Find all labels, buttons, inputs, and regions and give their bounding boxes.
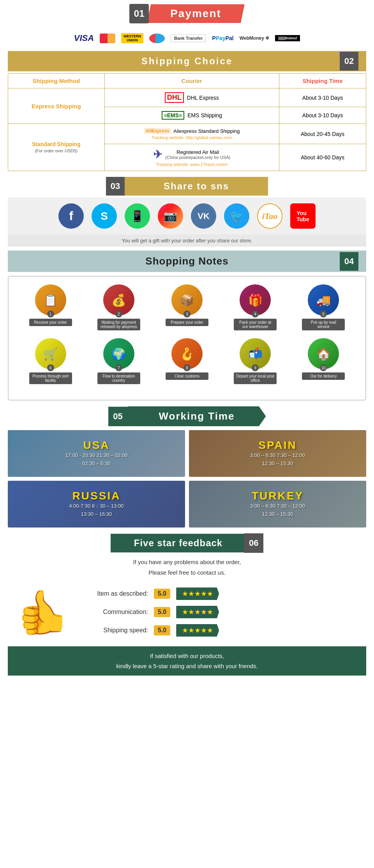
step-9-icon: 📬 9 — [240, 338, 271, 369]
step-2: 💰 2 Waiting for payment released by alix… — [97, 284, 140, 330]
twitter-icon[interactable]: 🐦 — [224, 203, 249, 229]
col-header-time: Shipping Time — [279, 74, 366, 88]
step-4-icon: 🎁 4 — [240, 284, 271, 316]
shopping-notes-box: 📋 1 Receive your order 💰 2 Waiting for p… — [8, 276, 366, 400]
step-2-icon: 💰 2 — [103, 284, 134, 316]
mastercard-icon — [100, 34, 115, 43]
star-2-2: ★ — [188, 608, 194, 616]
feedback-subtitle-line1: If you have any problems about the order… — [0, 557, 374, 567]
spain-country-name: SPAIN — [258, 439, 297, 452]
rating-label-3: Shipping speed: — [86, 627, 148, 634]
shipping-title: Shipping Choice — [141, 56, 233, 67]
thumbs-up-image: 👍 — [8, 587, 78, 637]
dhl-express-label: DHL Express — [187, 95, 219, 101]
star-3-4: ★ — [201, 626, 207, 635]
step-8-icon: 🪝 8 — [171, 338, 203, 369]
steps-row-2: 🛒 6 Process through sort facility 🌍 7 Fl… — [16, 338, 358, 384]
step-10: 🏠 10 Our for delivery — [302, 338, 345, 384]
feedback-bottom-line2: kindly leave a 5-star rating and share w… — [16, 661, 358, 671]
shopping-title: Shopping Notes — [145, 255, 228, 267]
ems-logo: ≡EMS≡ — [162, 111, 185, 120]
maestro-icon — [149, 34, 165, 43]
feedback-bottom-message: If satisfied with our products, kindly l… — [8, 646, 366, 676]
step-3-icon: 📦 3 — [171, 284, 203, 316]
feedback-section-wrapper: Five star feedback 06 If you have any pr… — [0, 533, 374, 676]
step-9: 📬 9 Depart your local post office — [234, 338, 277, 384]
step-3-label: Prepare your order — [166, 319, 208, 326]
steps-row-1: 📋 1 Receive your order 💰 2 Waiting for p… — [16, 284, 358, 330]
rating-row-2: Communication: 5.0 ★ ★ ★ ★ ★ — [86, 606, 366, 618]
spain-times: 3:00 – 6:30 7:30 – 12:00 12:30 – 15:30 — [250, 452, 305, 468]
vk-icon[interactable]: VK — [191, 203, 216, 229]
step-4-label: Pack your order at our warehouse — [234, 319, 277, 330]
sns-section: 03 Share to sns f S 📱 📷 VK 🐦 iTao YouTub… — [0, 177, 374, 247]
star-3-5: ★ — [207, 626, 213, 635]
airmail-label: Registered Air Mail — [165, 149, 230, 155]
standard-shipping-label: Standard Shipping — [32, 141, 80, 147]
step-8-label: Clear customs — [166, 372, 208, 380]
aliexpress-label: Aliexpress Standard Shipping — [173, 128, 240, 134]
feedback-subtitle-line2: Please feel free to contact us. — [0, 567, 374, 578]
star-2-3: ★ — [194, 608, 201, 616]
russia-times: 4:00-7:30 8：30 – 13:00 13:30 – 16:30 — [69, 502, 123, 519]
dhl-time: About 3-10 Days — [279, 88, 366, 107]
step-10-label: Our for delivery — [302, 372, 345, 380]
feedback-bottom-line1: If satisfied with our products, — [16, 651, 358, 661]
skype-icon[interactable]: S — [92, 203, 117, 229]
payment-header: 01 Payment — [0, 4, 374, 23]
rating-row-1: Item as described: 5.0 ★ ★ ★ ★ ★ — [86, 587, 366, 600]
sns-note: You will get a gift with your order afte… — [8, 235, 366, 247]
rating-score-2: 5.0 — [154, 607, 170, 617]
feedback-title-bar: Five star feedback — [111, 534, 246, 552]
shipping-number: 02 — [340, 52, 358, 71]
airmail-sub: (China post/epacket-only for USA) — [165, 155, 230, 160]
payment-section: 01 Payment VISA WESTERNUNION Bank Transf… — [0, 4, 374, 49]
step-5-label: Pck up by mail service — [302, 319, 345, 330]
airmail-tracking: Tracking website: www.17track.net/en — [109, 162, 275, 167]
working-card-spain: SPAIN 3:00 – 6:30 7:30 – 12:00 12:30 – 1… — [189, 430, 366, 477]
paypal-icon: PPayPal — [212, 35, 233, 41]
express-shipping-label: Express Shipping — [32, 103, 81, 109]
step-5-icon: 🚚 5 — [308, 284, 339, 316]
ems-label: EMS Shipping — [187, 112, 222, 118]
visa-icon: VISA — [74, 33, 94, 43]
stars-bar-3: ★ ★ ★ ★ ★ — [176, 624, 219, 637]
step-6-label: Process through sort facility — [29, 372, 72, 384]
star-1-2: ★ — [188, 589, 194, 598]
step-6-icon: 🛒 6 — [35, 338, 66, 369]
step-10-number: 10 — [320, 364, 327, 371]
itao-icon[interactable]: iTao — [257, 203, 282, 229]
working-number: 05 — [108, 407, 128, 426]
whatsapp-icon[interactable]: 📱 — [125, 203, 150, 229]
star-2-5: ★ — [207, 608, 213, 616]
feedback-number: 06 — [244, 533, 263, 553]
payment-icons-row: VISA WESTERNUNION Bank Transfer PPayPal … — [0, 27, 374, 49]
payment-title: Payment — [147, 4, 245, 23]
step-9-number: 9 — [252, 364, 259, 371]
step-7-icon: 🌍 7 — [103, 338, 134, 369]
step-2-label: Waiting for payment released by alixpres… — [97, 319, 140, 330]
working-card-turkey: TURKEY 3:00 – 6:30 7:30 – 12:00 12:30 – … — [189, 481, 366, 528]
youtube-icon[interactable]: YouTube — [290, 203, 316, 229]
sns-title: Share to sns — [125, 177, 268, 196]
step-1-number: 1 — [47, 311, 54, 318]
dhl-logo: DHL — [165, 92, 184, 103]
step-6: 🛒 6 Process through sort facility — [29, 338, 72, 384]
facebook-icon[interactable]: f — [58, 203, 84, 229]
step-7-number: 7 — [115, 364, 122, 371]
airmail-time: About 40-60 Days — [279, 144, 366, 171]
star-1-1: ★ — [182, 589, 188, 598]
rating-row-3: Shipping speed: 5.0 ★ ★ ★ ★ ★ — [86, 624, 366, 637]
stars-bar-2: ★ ★ ★ ★ ★ — [176, 606, 219, 618]
star-1-4: ★ — [201, 589, 207, 598]
col-header-courier: Courier — [104, 74, 279, 88]
instagram-icon[interactable]: 📷 — [158, 203, 183, 229]
step-1-label: Receive your order — [29, 319, 72, 326]
step-7: 🌍 7 Flow to destination country — [97, 338, 140, 384]
stars-bar-1: ★ ★ ★ ★ ★ — [176, 587, 219, 600]
step-10-icon: 🏠 10 — [308, 338, 339, 369]
step-8: 🪝 8 Clear customs — [166, 338, 208, 384]
working-grid: USA 17:00 - 20:30 21:30 – 02:00 02:30 – … — [8, 430, 366, 528]
russia-country-name: RUSSIA — [72, 490, 121, 502]
working-card-russia: RUSSIA 4:00-7:30 8：30 – 13:00 13:30 – 16… — [8, 481, 185, 528]
